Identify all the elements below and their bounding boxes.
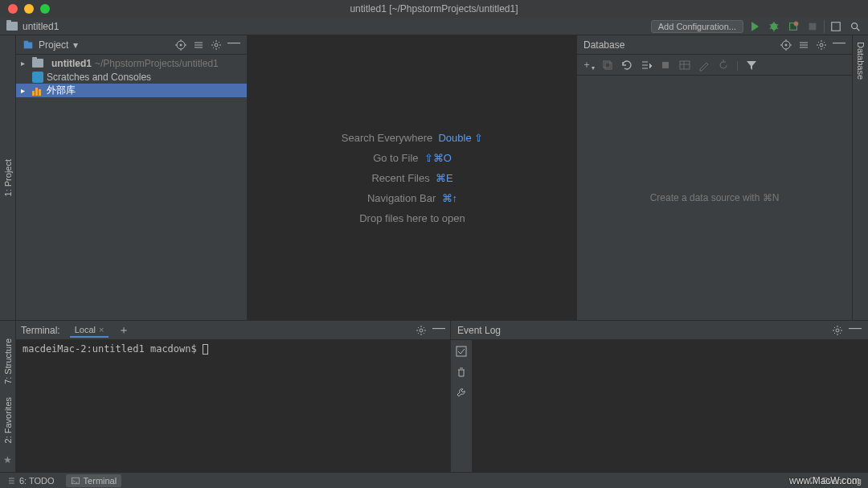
update-project-button[interactable] — [828, 18, 844, 35]
project-tree[interactable]: ▸ untitled1 ~/PhpstormProjects/untitled1… — [16, 55, 247, 99]
terminal-tool-window: Terminal: Local× ＋ — macdeiMac-2:untitle… — [16, 321, 450, 472]
add-configuration-button[interactable]: Add Configuration... — [651, 20, 743, 33]
project-root-path: ~/PhpstormProjects/untitled1 — [95, 58, 219, 69]
svg-point-19 — [836, 329, 839, 332]
todo-tool-button[interactable]: 6: TODO — [6, 476, 55, 486]
search-everywhere-button[interactable] — [847, 18, 863, 35]
project-root-node[interactable]: untitled1 — [51, 58, 92, 69]
editor-empty-state: Search Everywhere Double ⇧ Go to File ⇧⌘… — [248, 35, 577, 320]
run-with-coverage-button[interactable] — [785, 18, 801, 35]
hint-nav-label: Navigation Bar — [367, 192, 436, 204]
add-datasource-button[interactable]: ＋▾ — [582, 58, 595, 72]
project-tool-window: Project ▾ — ▸ untitled1 ~/PhpstormProjec… — [16, 35, 248, 320]
scratches-icon — [32, 72, 43, 83]
expand-all-icon[interactable] — [192, 39, 205, 51]
settings-icon[interactable] — [831, 324, 844, 337]
external-libraries-node[interactable]: 外部库 — [47, 84, 76, 97]
terminal-body[interactable]: macdeiMac-2:untitled1 macdown$ — [16, 340, 450, 472]
edit-icon[interactable] — [698, 59, 710, 72]
chevron-down-icon[interactable]: ▾ — [73, 39, 78, 51]
list-icon — [6, 476, 16, 486]
duplicate-icon[interactable] — [601, 59, 614, 72]
database-empty-hint: Create a data source with ⌘N — [577, 76, 852, 320]
hint-nav-key: ⌘↑ — [442, 192, 458, 204]
svg-rect-6 — [24, 42, 33, 48]
library-icon — [32, 86, 43, 96]
rail-project[interactable]: 1: Project — [3, 159, 13, 196]
folder-icon — [6, 22, 18, 31]
scratches-node[interactable]: Scratches and Consoles — [47, 72, 151, 83]
database-tool-window: Database — ＋▾ | Create a data source wit… — [577, 35, 852, 320]
terminal-prompt: macdeiMac-2:untitled1 macdown$ — [23, 343, 203, 355]
svg-point-0 — [772, 24, 777, 30]
expand-all-icon[interactable] — [797, 39, 810, 51]
database-panel-label: Database — [583, 39, 624, 51]
star-icon: ★ — [3, 454, 12, 465]
checkbox-icon[interactable] — [455, 345, 468, 358]
terminal-cursor — [203, 344, 208, 355]
hint-recent-key: ⌘E — [436, 172, 453, 184]
wrench-icon[interactable] — [455, 387, 468, 400]
svg-point-5 — [852, 23, 858, 29]
watermark: www.MacW.com — [789, 475, 860, 486]
svg-rect-20 — [457, 347, 466, 356]
breadcrumb[interactable]: untitled1 — [23, 21, 59, 32]
hide-panel-button[interactable]: — — [849, 324, 862, 337]
svg-rect-14 — [604, 61, 610, 68]
revert-icon[interactable] — [717, 59, 730, 72]
hide-panel-button[interactable]: — — [432, 324, 445, 337]
hint-search-label: Search Everywhere — [342, 132, 432, 144]
svg-point-10 — [215, 43, 218, 47]
settings-icon[interactable] — [415, 324, 428, 337]
debug-button[interactable] — [766, 18, 782, 35]
svg-point-13 — [820, 43, 823, 47]
project-panel-label[interactable]: Project — [39, 39, 68, 51]
svg-rect-4 — [832, 23, 841, 31]
table-icon[interactable] — [678, 59, 691, 72]
refresh-icon[interactable] — [620, 59, 633, 72]
svg-rect-16 — [662, 62, 669, 68]
trash-icon[interactable] — [455, 366, 468, 379]
chevron-right-icon[interactable]: ▸ — [21, 86, 29, 95]
rail-structure[interactable]: 7: Structure — [3, 338, 13, 384]
rail-database[interactable]: Database — [856, 42, 866, 80]
svg-rect-7 — [24, 40, 28, 43]
hint-goto-key: ⇧⌘O — [424, 152, 452, 164]
svg-rect-17 — [680, 61, 690, 69]
hint-drop-label: Drop files here to open — [359, 212, 465, 224]
run-button[interactable] — [747, 18, 763, 35]
svg-point-9 — [180, 44, 182, 46]
svg-rect-3 — [809, 23, 817, 31]
filter-icon[interactable] — [745, 59, 758, 72]
stop-button[interactable] — [805, 18, 821, 35]
terminal-label: Terminal: — [21, 325, 60, 336]
stop-icon[interactable] — [659, 59, 672, 72]
add-terminal-button[interactable]: ＋ — [118, 323, 129, 338]
locate-icon[interactable] — [780, 39, 792, 51]
run-query-icon[interactable] — [640, 59, 653, 72]
project-icon — [23, 39, 34, 51]
settings-icon[interactable] — [815, 39, 828, 51]
hint-recent-label: Recent Files — [371, 172, 429, 184]
svg-point-2 — [794, 22, 798, 26]
terminal-tab-local[interactable]: Local× — [70, 323, 109, 338]
event-log-label: Event Log — [457, 325, 501, 336]
hide-panel-button[interactable]: — — [833, 39, 845, 51]
chevron-right-icon[interactable]: ▸ — [21, 59, 29, 68]
svg-point-12 — [785, 44, 787, 46]
terminal-tool-button[interactable]: Terminal — [66, 474, 122, 487]
hint-search-key: Double ⇧ — [438, 132, 483, 144]
folder-icon — [32, 59, 43, 68]
svg-rect-15 — [605, 63, 612, 69]
svg-point-18 — [420, 329, 423, 332]
terminal-icon — [71, 476, 80, 486]
hide-panel-button[interactable]: — — [227, 39, 240, 51]
window-title: untitled1 [~/PhpstormProjects/untitled1] — [0, 3, 868, 14]
hint-goto-label: Go to File — [373, 152, 418, 164]
rail-favorites[interactable]: 2: Favorites — [3, 397, 13, 443]
locate-icon[interactable] — [174, 39, 187, 51]
event-log-body — [472, 340, 868, 472]
settings-icon[interactable] — [210, 39, 223, 51]
close-icon[interactable]: × — [99, 325, 104, 334]
